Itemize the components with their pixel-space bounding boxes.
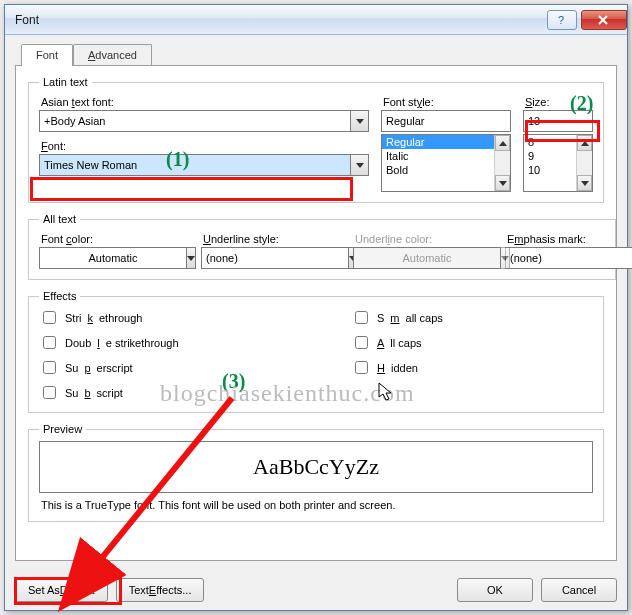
check-small-caps[interactable]: Small caps [351, 308, 443, 327]
font-color-value[interactable] [39, 247, 187, 269]
asian-font-input[interactable] [39, 110, 351, 132]
emphasis-value[interactable] [505, 247, 632, 269]
chevron-down-icon [501, 256, 509, 261]
chevron-down-icon [187, 256, 195, 261]
tabstrip: Font Advanced [21, 43, 617, 65]
group-alltext: All text Font color: Underline style: [28, 213, 616, 280]
label-underline-style: Underline style: [203, 233, 341, 245]
label-size: Size: [525, 96, 593, 108]
check-superscript[interactable]: Superscript [39, 358, 339, 377]
text-effects-button[interactable]: Text Effects... [116, 578, 205, 602]
chevron-up-icon [499, 141, 507, 146]
emphasis-combo[interactable] [505, 247, 605, 269]
legend-alltext: All text [39, 213, 80, 225]
help-button[interactable]: ? [547, 10, 577, 30]
underline-color-combo [353, 247, 493, 269]
underline-color-value [353, 247, 501, 269]
underline-style-combo[interactable] [201, 247, 341, 269]
check-hidden[interactable]: Hidden [351, 358, 443, 377]
label-emphasis: Emphasis mark: [507, 233, 605, 245]
tab-advanced[interactable]: Advanced [73, 44, 152, 66]
asian-font-dropdown-button[interactable] [351, 110, 369, 132]
button-bar: Set As Default Text Effects... OK Cancel [15, 578, 617, 602]
list-item[interactable]: Regular [382, 135, 494, 149]
preview-sample: AaBbCcYyZz [39, 441, 593, 493]
set-as-default-button[interactable]: Set As Default [15, 578, 108, 602]
group-latin: Latin text Asian text font: Font: [28, 76, 604, 203]
label-asian-font: Asian text font: [41, 96, 369, 108]
asian-font-combo[interactable] [39, 110, 369, 132]
scroll-down[interactable] [577, 175, 592, 191]
font-dialog: Font ? Font Advanced Latin text Asian te… [4, 4, 628, 611]
chevron-down-icon [356, 119, 364, 124]
chevron-up-icon [581, 141, 589, 146]
svg-text:?: ? [558, 15, 564, 25]
scroll-down[interactable] [495, 175, 510, 191]
font-style-input[interactable] [381, 110, 511, 132]
font-dropdown-button[interactable] [351, 154, 369, 176]
scrollbar[interactable] [576, 135, 592, 191]
scrollbar[interactable] [494, 135, 510, 191]
font-color-dropdown-button[interactable] [187, 247, 196, 269]
help-icon: ? [557, 15, 567, 25]
chevron-down-icon [499, 181, 507, 186]
ok-button[interactable]: OK [457, 578, 533, 602]
watermark-text: blogchiasekienthuc.com [160, 380, 415, 407]
legend-effects: Effects [39, 290, 80, 302]
scroll-up[interactable] [495, 135, 510, 151]
group-preview: Preview AaBbCcYyZz This is a TrueType fo… [28, 423, 604, 522]
check-double-strikethrough[interactable]: Double strikethrough [39, 333, 339, 352]
chevron-down-icon [356, 163, 364, 168]
check-strikethrough[interactable]: Strikethrough [39, 308, 339, 327]
label-font: Font: [41, 140, 369, 152]
label-font-style: Font style: [383, 96, 511, 108]
client-area: Font Advanced Latin text Asian text font… [5, 35, 627, 610]
list-item[interactable]: 9 [524, 149, 576, 163]
list-item[interactable]: 10 [524, 163, 576, 177]
close-icon [598, 15, 610, 25]
cancel-button[interactable]: Cancel [541, 578, 617, 602]
font-color-combo[interactable] [39, 247, 189, 269]
font-style-list[interactable]: Regular Italic Bold [381, 134, 511, 192]
list-item[interactable]: 8 [524, 135, 576, 149]
size-list[interactable]: 8 9 10 [523, 134, 593, 192]
font-input[interactable] [39, 154, 351, 176]
preview-note: This is a TrueType font. This font will … [41, 499, 591, 511]
tab-font[interactable]: Font [21, 44, 73, 66]
underline-color-dropdown-button [501, 247, 510, 269]
titlebar[interactable]: Font ? [5, 5, 627, 35]
legend-preview: Preview [39, 423, 86, 435]
cursor-icon [378, 382, 394, 402]
window-title: Font [15, 13, 547, 27]
check-all-caps[interactable]: All caps [351, 333, 443, 352]
list-item[interactable]: Italic [382, 149, 494, 163]
legend-latin: Latin text [39, 76, 92, 88]
label-underline-color: Underline color: [355, 233, 493, 245]
underline-style-value[interactable] [201, 247, 349, 269]
tab-panel-font: Latin text Asian text font: Font: [15, 65, 617, 561]
scroll-up[interactable] [577, 135, 592, 151]
font-combo[interactable] [39, 154, 369, 176]
chevron-down-icon [581, 181, 589, 186]
size-input[interactable] [523, 110, 593, 132]
label-font-color: Font color: [41, 233, 189, 245]
list-item[interactable]: Bold [382, 163, 494, 177]
close-button[interactable] [581, 10, 627, 30]
